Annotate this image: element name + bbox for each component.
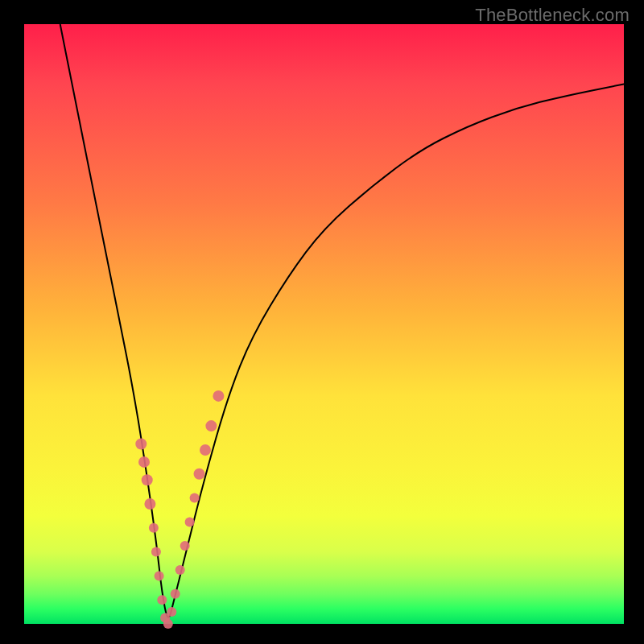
curve-layer <box>24 24 624 624</box>
marker-dot <box>190 493 200 503</box>
bottleneck-curve <box>60 24 624 617</box>
marker-dot <box>200 444 211 456</box>
marker-dot <box>167 607 176 617</box>
marker-dot <box>149 523 159 533</box>
marker-dot <box>157 595 167 605</box>
marker-dot <box>151 547 161 557</box>
marker-dot <box>135 439 147 450</box>
marker-dot <box>144 498 155 510</box>
marker-dot <box>163 619 173 629</box>
chart-frame: TheBottleneck.com <box>0 0 644 644</box>
marker-dot <box>138 456 150 468</box>
marker-dot <box>175 565 185 575</box>
marker-dot <box>155 571 164 580</box>
marker-dot <box>205 420 217 431</box>
marker-dot <box>180 541 190 551</box>
watermark-text: TheBottleneck.com <box>475 5 630 26</box>
marker-dot <box>213 390 224 402</box>
marker-dot <box>185 517 195 526</box>
marker-dot <box>194 469 205 480</box>
plot-area <box>24 24 624 624</box>
highlight-markers <box>135 390 224 629</box>
marker-dot <box>142 474 153 485</box>
marker-dot <box>171 589 180 599</box>
